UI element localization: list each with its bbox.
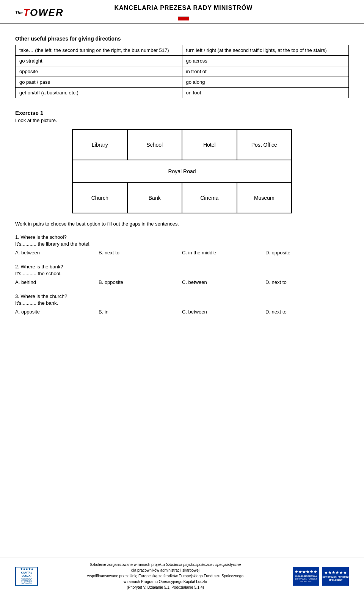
exercise-instructions: Work in pairs to choose the best option …	[15, 221, 349, 227]
option: B. opposite	[99, 279, 182, 285]
phrase-row: go past / passgo along	[16, 77, 349, 88]
map-cell: Hotel	[182, 130, 237, 160]
option: A. opposite	[15, 309, 99, 315]
question-line: 1. Where is the school?	[15, 234, 349, 240]
kapital-ludzki-logo: ★★★★★ KAPITAŁ LUDZKI NARODOWA STRATEGIA …	[15, 567, 38, 586]
answer-line: It's........... the school.	[15, 271, 349, 276]
exercise-subtitle: Look at the picture.	[15, 118, 349, 123]
road-label: Royal Road	[72, 160, 292, 183]
map-cell: Museum	[237, 183, 292, 213]
map-cell: Cinema	[182, 183, 237, 213]
phrase-row: go straightgo across	[16, 56, 349, 66]
answer-line: It's........... the library and the hote…	[15, 241, 349, 247]
question-block: 1. Where is the school?It's........... t…	[15, 234, 349, 255]
exercise-title: Exercise 1	[15, 110, 349, 116]
main-content: Other useful phrases for giving directio…	[0, 24, 364, 331]
option: A. behind	[15, 279, 99, 285]
question-line: 2. Where is the bank?	[15, 264, 349, 270]
header-center: KANCELARIA PREZESA RADY MINISTRÓW	[64, 5, 303, 20]
phrase-row: take… (the left, the second turning on t…	[16, 45, 349, 56]
phrase-row: oppositein front of	[16, 66, 349, 77]
option: D. next to	[265, 279, 349, 285]
options-line: A. oppositeB. inC. betweenD. next to	[15, 309, 349, 315]
option: B. next to	[99, 250, 182, 255]
questions-section: 1. Where is the school?It's........... t…	[15, 234, 349, 315]
options-line: A. betweenB. next toC. in the middleD. o…	[15, 250, 349, 255]
map-cell: School	[127, 130, 182, 160]
option: A. between	[15, 250, 99, 255]
footer-center-text: Szkolenie zorganizowane w ramach projekt…	[38, 562, 293, 590]
answer-line: It's........... the bank.	[15, 300, 349, 306]
option: C. between	[182, 279, 265, 285]
footer-right: ★★★★★★ UNIA EUROPEJSKA EUROPEJSKI FUNDUS…	[293, 567, 349, 586]
map-cell: Library	[72, 130, 127, 160]
eu-fund-logo: ★★★★★★ EUROPEJSKI FUNDUSZ SPOŁECZNY	[322, 567, 349, 586]
logo-the: The	[15, 10, 23, 15]
question-block: 2. Where is the bank?It's........... the…	[15, 264, 349, 285]
question-line: 3. Where is the church?	[15, 293, 349, 299]
eu-logo: ★★★★★★ UNIA EUROPEJSKA EUROPEJSKI FUNDUS…	[293, 567, 319, 586]
map-top-row: LibrarySchoolHotelPost Office	[72, 130, 292, 160]
logo-tower: TOWER	[24, 7, 64, 19]
map-bottom-row: ChurchBankCinemaMuseum	[72, 183, 292, 213]
option: B. in	[99, 309, 182, 315]
map-cell: Bank	[127, 183, 182, 213]
logo: The TOWER	[15, 7, 64, 19]
map-cell: Church	[72, 183, 127, 213]
phrase-row: get on/off (a bus/tram, etc.)on foot	[16, 88, 349, 98]
page-header: The TOWER KANCELARIA PREZESA RADY MINIST…	[0, 0, 364, 24]
options-line: A. behindB. oppositeC. betweenD. next to	[15, 279, 349, 285]
option: D. next to	[265, 309, 349, 315]
phrases-title: Other useful phrases for giving directio…	[15, 36, 349, 42]
option: C. in the middle	[182, 250, 265, 255]
option: D. opposite	[265, 250, 349, 255]
question-block: 3. Where is the church?It's........... t…	[15, 293, 349, 315]
footer-left: ★★★★★ KAPITAŁ LUDZKI NARODOWA STRATEGIA …	[15, 567, 38, 586]
map-cell: Post Office	[237, 130, 292, 160]
map-diagram: LibrarySchoolHotelPost Office Royal Road…	[72, 129, 292, 213]
polish-flag	[178, 13, 189, 20]
map-road-row: Royal Road	[72, 160, 292, 183]
header-title: KANCELARIA PREZESA RADY MINISTRÓW	[115, 5, 253, 11]
phrases-table: take… (the left, the second turning on t…	[15, 45, 349, 98]
option: C. between	[182, 309, 265, 315]
page-footer: ★★★★★ KAPITAŁ LUDZKI NARODOWA STRATEGIA …	[0, 558, 364, 594]
